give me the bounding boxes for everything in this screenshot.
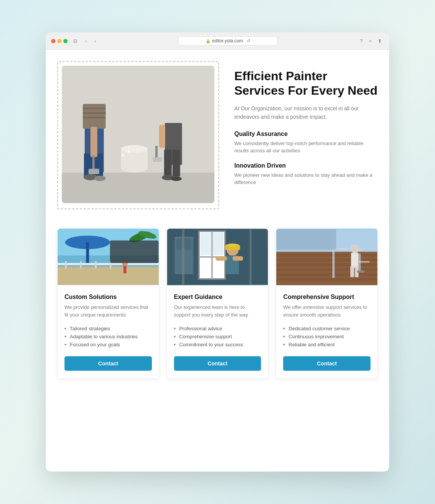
svg-rect-55 <box>232 256 243 261</box>
feature-quality-desc: We consistently deliver top-notch perfor… <box>234 140 378 155</box>
svg-rect-67 <box>276 278 377 281</box>
back-button[interactable]: ‹ <box>83 37 89 45</box>
svg-rect-59 <box>249 229 251 284</box>
list-item: Focused on your goals <box>64 341 152 349</box>
new-tab-button[interactable]: + <box>367 37 374 45</box>
svg-rect-41 <box>124 266 127 274</box>
svg-rect-15 <box>155 146 158 159</box>
svg-rect-74 <box>359 254 361 272</box>
svg-rect-26 <box>83 112 106 114</box>
svg-rect-68 <box>332 248 335 278</box>
svg-point-24 <box>121 154 124 157</box>
close-button[interactable] <box>51 39 55 43</box>
feature-quality-title: Quality Assurance <box>234 131 378 137</box>
svg-rect-58 <box>182 229 184 284</box>
maximize-button[interactable] <box>63 39 68 43</box>
svg-rect-71 <box>351 253 359 268</box>
list-item: Commitment to your success <box>174 341 261 349</box>
svg-rect-33 <box>80 261 82 269</box>
reload-icon: ↺ <box>246 38 250 44</box>
hero-section: Efficient Painter Services For Every Nee… <box>57 61 378 209</box>
card-image-2 <box>167 229 268 285</box>
card-image-1 <box>58 229 159 285</box>
hero-text: Efficient Painter Services For Every Nee… <box>234 61 378 194</box>
card-3-list: Dedicated customer service Continuous im… <box>283 325 371 349</box>
card-image-3 <box>276 229 377 285</box>
svg-rect-14 <box>159 125 165 148</box>
card-2-description: Our experienced team is here to support … <box>174 304 261 318</box>
url-text: editor.yola.com <box>212 38 243 44</box>
svg-point-23 <box>137 149 139 150</box>
svg-point-22 <box>127 150 130 153</box>
list-item: Reliable and efficient <box>283 341 371 349</box>
card-1-list: Tailored strategies Adaptable to various… <box>64 325 152 349</box>
forward-button[interactable]: › <box>92 37 98 45</box>
minimize-button[interactable] <box>57 39 61 43</box>
svg-rect-12 <box>164 150 172 176</box>
svg-point-21 <box>121 145 148 153</box>
svg-rect-6 <box>90 127 97 157</box>
dashed-selection-box <box>57 61 219 209</box>
hero-title: Efficient Painter Services For Every Nee… <box>234 69 378 98</box>
svg-rect-7 <box>92 155 95 171</box>
list-item: Comprehensive support <box>174 333 261 341</box>
browser-chrome: ⊟ ‹ › 🔒 editor.yola.com ↺ ? + ⬆ <box>46 32 389 50</box>
card-2-body: Expert Guidance Our experienced team is … <box>167 287 268 378</box>
hero-description: At Our Organization, our mission is to e… <box>234 104 378 121</box>
card-2-list: Professional advice Comprehensive suppor… <box>174 325 261 349</box>
svg-rect-72 <box>350 266 354 277</box>
list-item: Continuous improvement <box>283 333 371 341</box>
svg-rect-13 <box>172 150 180 176</box>
svg-rect-54 <box>216 256 227 261</box>
hero-image-container <box>57 61 219 209</box>
card-custom-solutions: Custom Solutions We provide personalized… <box>57 228 159 379</box>
svg-rect-64 <box>276 263 377 267</box>
cards-section: Custom Solutions We provide personalized… <box>57 228 378 379</box>
svg-rect-37 <box>86 242 89 263</box>
svg-rect-30 <box>58 267 159 284</box>
list-item: Professional advice <box>174 325 261 333</box>
lock-icon: 🔒 <box>206 39 210 43</box>
list-item: Adaptable to various industries <box>64 333 152 341</box>
browser-window: ⊟ ‹ › 🔒 editor.yola.com ↺ ? + ⬆ <box>46 32 389 472</box>
feature-innovation: Innovation Driven We pioneer new ideas a… <box>234 162 378 186</box>
help-button[interactable]: ? <box>358 37 364 45</box>
page-content: Efficient Painter Services For Every Nee… <box>46 50 389 398</box>
address-bar[interactable]: 🔒 editor.yola.com ↺ <box>178 36 277 45</box>
svg-rect-31 <box>58 263 159 265</box>
card-3-contact-button[interactable]: Contact <box>283 356 371 371</box>
card-3-description: We offer extensive support services to e… <box>283 304 371 318</box>
svg-rect-16 <box>153 157 162 162</box>
card-1-title: Custom Solutions <box>64 294 152 300</box>
feature-innovation-desc: We pioneer new ideas and solutions to st… <box>234 171 378 186</box>
sidebar-toggle-button[interactable]: ⊟ <box>71 37 79 45</box>
card-comprehensive-support: Comprehensive Support We offer extensive… <box>276 228 378 379</box>
svg-rect-34 <box>95 261 97 269</box>
traffic-lights <box>51 39 68 43</box>
svg-rect-62 <box>276 254 377 257</box>
svg-rect-25 <box>83 108 106 109</box>
feature-quality: Quality Assurance We consistently delive… <box>234 131 378 155</box>
svg-rect-75 <box>357 270 365 273</box>
browser-actions: ? + ⬆ <box>358 37 384 45</box>
list-item: Tailored strategies <box>64 325 152 333</box>
card-3-body: Comprehensive Support We offer extensive… <box>276 287 377 378</box>
share-button[interactable]: ⬆ <box>376 37 384 45</box>
svg-rect-52 <box>225 246 240 250</box>
card-expert-guidance: Expert Guidance Our experienced team is … <box>167 228 269 379</box>
svg-rect-63 <box>276 258 377 262</box>
card-1-body: Custom Solutions We provide personalized… <box>58 287 159 378</box>
svg-rect-77 <box>276 229 336 250</box>
svg-rect-42 <box>110 241 158 263</box>
list-item: Dedicated customer service <box>283 325 371 333</box>
card-3-title: Comprehensive Support <box>283 294 371 300</box>
svg-rect-49 <box>212 233 223 255</box>
card-2-contact-button[interactable]: Contact <box>174 356 261 371</box>
svg-point-10 <box>94 176 106 181</box>
svg-point-18 <box>171 176 182 181</box>
hero-image <box>62 66 214 203</box>
svg-rect-32 <box>65 261 67 269</box>
feature-innovation-title: Innovation Driven <box>234 162 378 169</box>
svg-rect-66 <box>276 273 377 276</box>
card-1-contact-button[interactable]: Contact <box>64 356 152 371</box>
